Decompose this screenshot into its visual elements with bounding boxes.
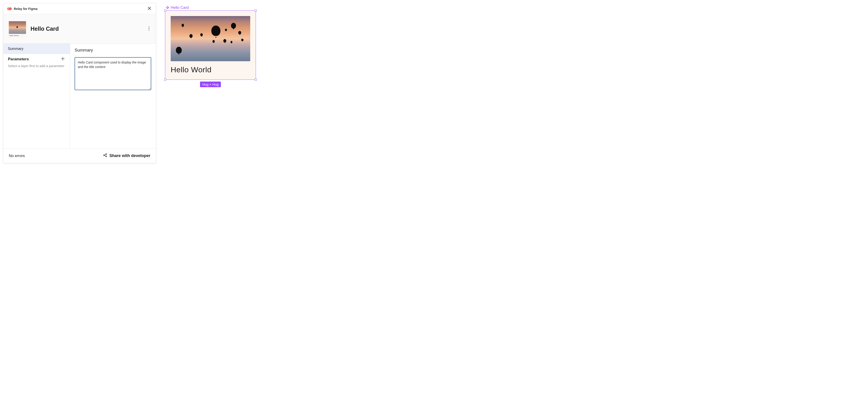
svg-point-5: [103, 155, 104, 156]
canvas-area: Hello Card: [165, 3, 256, 162]
close-icon: [148, 6, 151, 11]
svg-rect-11: [167, 8, 168, 9]
balloon-icon: [231, 23, 236, 29]
balloon-icon: [182, 24, 184, 27]
resize-handle-top-left[interactable]: [164, 9, 166, 11]
parameters-hint: Select a layer first to add a parameter: [8, 64, 65, 68]
parameters-section: Parameters Select a layer first to add a…: [3, 54, 70, 70]
svg-point-6: [106, 154, 107, 155]
content-heading: Summary: [74, 48, 151, 53]
card-image: [170, 16, 250, 61]
resize-handle-top-right[interactable]: [255, 9, 257, 11]
plus-icon: [61, 57, 65, 61]
balloon-icon: [200, 33, 203, 36]
resize-handle-bottom-right[interactable]: [255, 78, 257, 81]
balloon-icon: [238, 31, 241, 34]
svg-point-2: [149, 26, 149, 27]
more-vertical-icon: [149, 26, 149, 31]
component-diamond-icon: [166, 6, 169, 9]
more-options-button[interactable]: [147, 25, 151, 33]
balloon-icon: [225, 29, 227, 31]
svg-point-7: [106, 156, 107, 157]
balloon-icon: [213, 40, 215, 43]
thumbnail-image: [9, 21, 26, 34]
tab-summary[interactable]: Summary: [3, 43, 70, 54]
component-title-group: Hello World Hello Card: [8, 20, 59, 37]
share-with-developer-button[interactable]: Share with developer: [103, 153, 150, 158]
svg-rect-9: [166, 7, 167, 8]
resize-handle-bottom-left[interactable]: [164, 78, 166, 81]
selection-frame[interactable]: Hello World Hug × Hug: [165, 10, 256, 80]
balloon-icon: [189, 34, 193, 38]
svg-rect-8: [167, 6, 168, 7]
balloon-icon: [176, 47, 182, 54]
panel-footer: No errors Share with developer: [3, 149, 156, 163]
panel-body: Summary Parameters Select a layer firs: [3, 43, 156, 149]
thumbnail-caption: Hello World: [9, 34, 26, 37]
component-header: Hello World Hello Card: [3, 14, 156, 43]
relay-logo-icon: [7, 7, 12, 11]
component-name: Hello Card: [31, 26, 59, 32]
svg-point-4: [149, 30, 149, 31]
balloon-icon: [223, 39, 226, 42]
hello-card-component[interactable]: Hello World: [165, 11, 256, 80]
frame-label-text: Hello Card: [170, 5, 189, 10]
sidebar-tabs: Summary Parameters Select a layer firs: [3, 43, 70, 149]
summary-textarea[interactable]: [74, 57, 151, 90]
parameters-header: Parameters: [8, 56, 65, 62]
size-badge: Hug × Hug: [200, 82, 221, 87]
plugin-title-group: Relay for Figma: [7, 7, 37, 11]
balloon-icon: [230, 41, 232, 43]
svg-rect-10: [168, 7, 169, 8]
svg-point-3: [149, 28, 149, 29]
plugin-header: Relay for Figma: [3, 3, 156, 14]
frame-label[interactable]: Hello Card: [166, 5, 256, 10]
main-content: Summary: [70, 43, 156, 149]
balloon-icon: [211, 26, 220, 36]
share-button-label: Share with developer: [110, 153, 150, 158]
component-thumbnail: Hello World: [8, 20, 27, 37]
error-status: No errors: [9, 154, 25, 158]
svg-point-1: [9, 7, 12, 10]
plugin-title: Relay for Figma: [14, 7, 37, 11]
parameters-title: Parameters: [8, 57, 29, 61]
plugin-panel: Relay for Figma Hello World Hello Card: [3, 3, 156, 163]
card-title: Hello World: [170, 65, 250, 74]
close-button[interactable]: [147, 6, 152, 12]
share-icon: [103, 153, 107, 158]
balloon-icon: [241, 39, 243, 41]
add-parameter-button[interactable]: [60, 56, 65, 62]
